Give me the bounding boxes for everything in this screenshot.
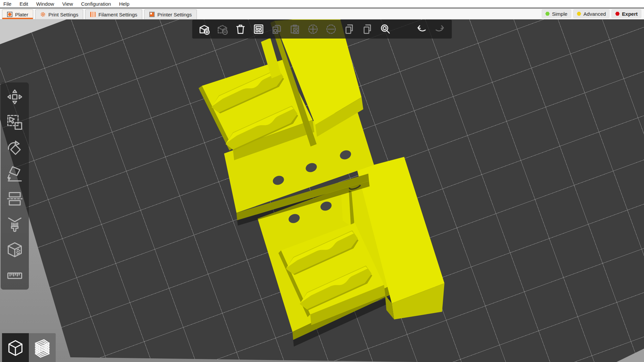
copy-button[interactable]: [269, 22, 284, 37]
delete-all-button[interactable]: [233, 22, 248, 37]
gear-icon: [40, 12, 46, 17]
redo-button[interactable]: [432, 22, 447, 37]
move-button[interactable]: [5, 87, 24, 107]
mode-simple[interactable]: Simple: [542, 9, 571, 18]
measure-button[interactable]: [5, 265, 24, 285]
rotate-button[interactable]: [5, 138, 24, 158]
remove-instance-button[interactable]: [324, 22, 338, 37]
split-to-objects-button[interactable]: O: [342, 22, 357, 37]
variable-layer-height-button[interactable]: [396, 22, 411, 37]
print-bed: [0, 19, 644, 362]
cut-button[interactable]: [5, 189, 24, 208]
simple-mode-icon: [545, 12, 550, 16]
search-button[interactable]: [378, 22, 393, 37]
mode-expert[interactable]: Expert: [611, 9, 641, 18]
add-button[interactable]: [197, 22, 212, 37]
add-instance-button[interactable]: [306, 22, 320, 37]
tab-label: Print Settings: [48, 12, 78, 17]
menu-help[interactable]: Help: [115, 1, 133, 7]
arrange-button[interactable]: [251, 22, 266, 37]
mode-selector: Simple Advanced Expert: [542, 9, 641, 18]
tab-filament-settings[interactable]: Filament Settings: [85, 9, 142, 19]
printer-icon: [149, 12, 155, 17]
filament-icon: [90, 12, 96, 17]
mode-label: Simple: [552, 11, 568, 17]
svg-text:P: P: [365, 27, 368, 33]
3d-viewport[interactable]: [0, 19, 644, 362]
tab-printer-settings[interactable]: Printer Settings: [144, 9, 197, 19]
scale-button[interactable]: [5, 113, 24, 132]
svg-text:O: O: [346, 27, 350, 33]
cube-icon: [5, 337, 26, 358]
paint-multimaterial-button[interactable]: [5, 240, 24, 259]
paste-button[interactable]: [287, 22, 302, 37]
3d-editor-view-button[interactable]: [2, 333, 29, 362]
tab-label: Printer Settings: [157, 12, 192, 17]
mode-label: Advanced: [584, 11, 606, 17]
tab-plater[interactable]: Plater: [2, 9, 33, 19]
left-toolbar: [1, 82, 29, 290]
layers-icon: [32, 337, 53, 358]
sliced-preview-button[interactable]: [29, 333, 56, 362]
tab-label: Filament Settings: [98, 12, 137, 17]
undo-button[interactable]: [414, 22, 429, 37]
menu-window[interactable]: Window: [32, 1, 58, 7]
menu-view[interactable]: View: [58, 1, 77, 7]
mode-advanced[interactable]: Advanced: [573, 9, 610, 18]
menu-edit[interactable]: Edit: [15, 1, 32, 7]
tab-bar: Plater Print Settings Filament Settings …: [0, 9, 644, 19]
view-switcher: [2, 333, 56, 362]
plater-icon: [7, 12, 12, 17]
paint-on-supports-button[interactable]: [5, 215, 24, 234]
menu-configuration[interactable]: Configuration: [77, 1, 115, 7]
delete-button[interactable]: [215, 22, 230, 37]
split-to-parts-button[interactable]: P: [360, 22, 375, 37]
advanced-mode-icon: [577, 12, 581, 16]
menu-bar: File Edit Window View Configuration Help: [0, 0, 644, 8]
mode-label: Expert: [622, 11, 638, 17]
expert-mode-icon: [615, 12, 620, 16]
tab-print-settings[interactable]: Print Settings: [35, 9, 83, 19]
menu-file[interactable]: File: [0, 1, 15, 7]
tab-label: Plater: [15, 12, 28, 17]
top-toolbar: O P: [192, 20, 452, 39]
place-on-face-button[interactable]: [5, 164, 24, 183]
